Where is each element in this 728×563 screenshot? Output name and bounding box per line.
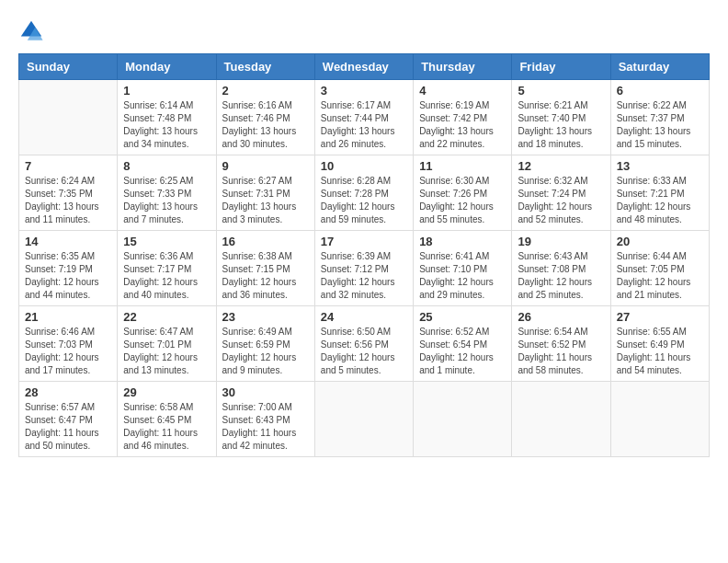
day-info: Sunrise: 6:25 AMSunset: 7:33 PMDaylight:… xyxy=(123,175,210,226)
calendar-table: SundayMondayTuesdayWednesdayThursdayFrid… xyxy=(18,53,710,457)
day-number: 10 xyxy=(321,159,407,173)
calendar-cell: 18 Sunrise: 6:41 AMSunset: 7:10 PMDaylig… xyxy=(414,231,512,306)
day-info: Sunrise: 6:58 AMSunset: 6:45 PMDaylight:… xyxy=(123,401,210,453)
day-number: 18 xyxy=(419,235,506,248)
day-info: Sunrise: 6:54 AMSunset: 6:52 PMDaylight:… xyxy=(518,326,604,377)
day-info: Sunrise: 6:32 AMSunset: 7:24 PMDaylight:… xyxy=(518,175,604,226)
calendar-cell: 3 Sunrise: 6:17 AMSunset: 7:44 PMDayligh… xyxy=(314,80,413,155)
day-info: Sunrise: 6:35 AMSunset: 7:19 PMDaylight:… xyxy=(25,250,111,302)
day-number: 22 xyxy=(123,310,210,324)
calendar-cell: 5 Sunrise: 6:21 AMSunset: 7:40 PMDayligh… xyxy=(512,80,610,155)
calendar-cell: 1 Sunrise: 6:14 AMSunset: 7:48 PMDayligh… xyxy=(118,80,216,155)
day-number: 20 xyxy=(617,235,703,248)
calendar-header-row: SundayMondayTuesdayWednesdayThursdayFrid… xyxy=(19,54,710,80)
calendar-cell: 10 Sunrise: 6:28 AMSunset: 7:28 PMDaylig… xyxy=(314,155,413,231)
logo-icon xyxy=(18,18,44,44)
day-number: 13 xyxy=(617,159,703,173)
day-header-wednesday: Wednesday xyxy=(314,54,413,80)
day-info: Sunrise: 6:19 AMSunset: 7:42 PMDaylight:… xyxy=(419,99,506,151)
calendar-cell: 28 Sunrise: 6:57 AMSunset: 6:47 PMDaylig… xyxy=(19,382,118,457)
day-number: 3 xyxy=(321,84,407,98)
day-info: Sunrise: 6:30 AMSunset: 7:26 PMDaylight:… xyxy=(419,175,506,226)
day-info: Sunrise: 6:16 AMSunset: 7:46 PMDaylight:… xyxy=(222,99,309,151)
day-info: Sunrise: 6:57 AMSunset: 6:47 PMDaylight:… xyxy=(25,401,111,453)
calendar-cell: 23 Sunrise: 6:49 AMSunset: 6:59 PMDaylig… xyxy=(216,306,314,382)
calendar-cell xyxy=(314,382,413,457)
day-header-thursday: Thursday xyxy=(414,54,512,80)
calendar-cell: 14 Sunrise: 6:35 AMSunset: 7:19 PMDaylig… xyxy=(19,231,118,306)
day-number: 8 xyxy=(123,159,210,173)
day-info: Sunrise: 6:52 AMSunset: 6:54 PMDaylight:… xyxy=(419,326,506,377)
day-number: 25 xyxy=(419,310,506,324)
calendar-cell: 15 Sunrise: 6:36 AMSunset: 7:17 PMDaylig… xyxy=(118,231,216,306)
day-info: Sunrise: 6:55 AMSunset: 6:49 PMDaylight:… xyxy=(617,326,703,377)
day-info: Sunrise: 6:14 AMSunset: 7:48 PMDaylight:… xyxy=(123,99,210,151)
calendar-week-row: 28 Sunrise: 6:57 AMSunset: 6:47 PMDaylig… xyxy=(19,382,710,457)
day-number: 4 xyxy=(419,84,506,98)
day-number: 12 xyxy=(518,159,604,173)
day-header-friday: Friday xyxy=(512,54,610,80)
calendar-cell: 26 Sunrise: 6:54 AMSunset: 6:52 PMDaylig… xyxy=(512,306,610,382)
day-number: 29 xyxy=(123,385,210,399)
day-info: Sunrise: 6:21 AMSunset: 7:40 PMDaylight:… xyxy=(518,99,604,151)
day-number: 15 xyxy=(123,235,210,248)
calendar-cell: 25 Sunrise: 6:52 AMSunset: 6:54 PMDaylig… xyxy=(414,306,512,382)
day-header-monday: Monday xyxy=(118,54,216,80)
calendar-cell: 8 Sunrise: 6:25 AMSunset: 7:33 PMDayligh… xyxy=(118,155,216,231)
day-number: 16 xyxy=(222,235,309,248)
day-info: Sunrise: 6:17 AMSunset: 7:44 PMDaylight:… xyxy=(321,99,407,151)
calendar-cell: 12 Sunrise: 6:32 AMSunset: 7:24 PMDaylig… xyxy=(512,155,610,231)
calendar-week-row: 21 Sunrise: 6:46 AMSunset: 7:03 PMDaylig… xyxy=(19,306,710,382)
day-number: 24 xyxy=(321,310,407,324)
day-info: Sunrise: 6:22 AMSunset: 7:37 PMDaylight:… xyxy=(617,99,703,151)
calendar-cell: 4 Sunrise: 6:19 AMSunset: 7:42 PMDayligh… xyxy=(414,80,512,155)
calendar-cell: 17 Sunrise: 6:39 AMSunset: 7:12 PMDaylig… xyxy=(314,231,413,306)
day-info: Sunrise: 6:28 AMSunset: 7:28 PMDaylight:… xyxy=(321,175,407,226)
day-info: Sunrise: 6:33 AMSunset: 7:21 PMDaylight:… xyxy=(617,175,703,226)
day-number: 1 xyxy=(123,84,210,98)
day-info: Sunrise: 6:43 AMSunset: 7:08 PMDaylight:… xyxy=(518,250,604,302)
calendar-cell xyxy=(512,382,610,457)
day-number: 27 xyxy=(617,310,703,324)
day-header-tuesday: Tuesday xyxy=(216,54,314,80)
day-info: Sunrise: 6:39 AMSunset: 7:12 PMDaylight:… xyxy=(321,250,407,302)
calendar-cell xyxy=(19,80,118,155)
calendar-cell: 20 Sunrise: 6:44 AMSunset: 7:05 PMDaylig… xyxy=(610,231,709,306)
day-info: Sunrise: 6:50 AMSunset: 6:56 PMDaylight:… xyxy=(321,326,407,377)
logo xyxy=(18,18,48,44)
day-info: Sunrise: 6:38 AMSunset: 7:15 PMDaylight:… xyxy=(222,250,309,302)
calendar-cell xyxy=(610,382,709,457)
calendar-cell: 27 Sunrise: 6:55 AMSunset: 6:49 PMDaylig… xyxy=(610,306,709,382)
day-info: Sunrise: 6:44 AMSunset: 7:05 PMDaylight:… xyxy=(617,250,703,302)
calendar-cell: 24 Sunrise: 6:50 AMSunset: 6:56 PMDaylig… xyxy=(314,306,413,382)
calendar-cell: 13 Sunrise: 6:33 AMSunset: 7:21 PMDaylig… xyxy=(610,155,709,231)
calendar-cell: 11 Sunrise: 6:30 AMSunset: 7:26 PMDaylig… xyxy=(414,155,512,231)
day-number: 7 xyxy=(25,159,111,173)
day-header-sunday: Sunday xyxy=(19,54,118,80)
day-info: Sunrise: 6:41 AMSunset: 7:10 PMDaylight:… xyxy=(419,250,506,302)
day-number: 26 xyxy=(518,310,604,324)
day-number: 14 xyxy=(25,235,111,248)
calendar-week-row: 14 Sunrise: 6:35 AMSunset: 7:19 PMDaylig… xyxy=(19,231,710,306)
page-header xyxy=(18,18,710,44)
day-info: Sunrise: 6:27 AMSunset: 7:31 PMDaylight:… xyxy=(222,175,309,226)
day-info: Sunrise: 6:46 AMSunset: 7:03 PMDaylight:… xyxy=(25,326,111,377)
calendar-cell: 21 Sunrise: 6:46 AMSunset: 7:03 PMDaylig… xyxy=(19,306,118,382)
day-number: 2 xyxy=(222,84,309,98)
calendar-cell: 2 Sunrise: 6:16 AMSunset: 7:46 PMDayligh… xyxy=(216,80,314,155)
calendar-week-row: 1 Sunrise: 6:14 AMSunset: 7:48 PMDayligh… xyxy=(19,80,710,155)
day-number: 21 xyxy=(25,310,111,324)
calendar-week-row: 7 Sunrise: 6:24 AMSunset: 7:35 PMDayligh… xyxy=(19,155,710,231)
day-number: 6 xyxy=(617,84,703,98)
calendar-cell: 7 Sunrise: 6:24 AMSunset: 7:35 PMDayligh… xyxy=(19,155,118,231)
day-info: Sunrise: 6:49 AMSunset: 6:59 PMDaylight:… xyxy=(222,326,309,377)
day-number: 17 xyxy=(321,235,407,248)
calendar-cell: 29 Sunrise: 6:58 AMSunset: 6:45 PMDaylig… xyxy=(118,382,216,457)
day-number: 19 xyxy=(518,235,604,248)
day-number: 5 xyxy=(518,84,604,98)
day-number: 23 xyxy=(222,310,309,324)
day-number: 30 xyxy=(222,385,309,399)
day-number: 11 xyxy=(419,159,506,173)
calendar-cell: 16 Sunrise: 6:38 AMSunset: 7:15 PMDaylig… xyxy=(216,231,314,306)
day-info: Sunrise: 6:47 AMSunset: 7:01 PMDaylight:… xyxy=(123,326,210,377)
